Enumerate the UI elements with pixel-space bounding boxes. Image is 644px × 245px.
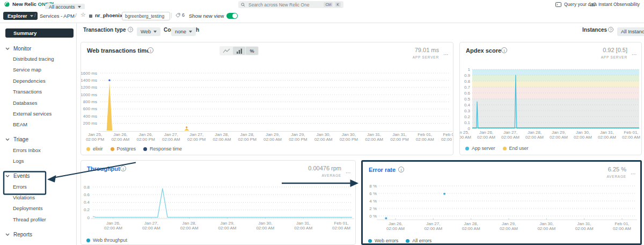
- more-menu-icon[interactable]: ⋯: [346, 171, 352, 175]
- chevron-down-icon: [5, 175, 10, 177]
- web-transactions-chart: 200 ms400 ms600 ms800 ms1000 ms1200 ms14…: [81, 42, 453, 155]
- sidebar-item-violations[interactable]: Violations: [0, 192, 76, 203]
- legend-item-web-errors[interactable]: Web errors: [368, 238, 398, 243]
- show-new-view-toggle[interactable]: [226, 13, 238, 19]
- sidebar-item-deployments[interactable]: Deployments: [0, 203, 76, 214]
- more-menu-icon[interactable]: ⋯: [632, 53, 638, 57]
- legend-item-web-throughput[interactable]: Web throughput: [86, 237, 127, 243]
- global-search[interactable]: Ctrl K: [238, 1, 343, 8]
- favorite-star-icon[interactable]: ☆: [80, 11, 86, 18]
- sidebar-item-logs[interactable]: Logs: [0, 156, 76, 167]
- sidebar-item-errors-inbox[interactable]: Errors Inbox: [0, 145, 76, 156]
- svg-text:Jan 26,02:00 AM: Jan 26,02:00 AM: [477, 130, 495, 140]
- top-bar: New Relic ONE™ All accounts Ctrl K Query…: [0, 0, 644, 10]
- svg-text:0.5: 0.5: [464, 97, 471, 102]
- more-menu-icon[interactable]: ⋯: [443, 53, 449, 57]
- sidebar-section-label: Monitor: [13, 46, 31, 52]
- more-menu-icon[interactable]: ⋯: [631, 172, 636, 176]
- legend-dot: [465, 147, 469, 150]
- sidebar-item-distributed-tracing[interactable]: Distributed tracing: [0, 54, 76, 64]
- sidebar-section-label: Events: [13, 173, 30, 179]
- line-chart-toggle-button[interactable]: [220, 47, 232, 55]
- svg-text:Feb 01,02:00 PM: Feb 01,02:00 PM: [441, 132, 453, 142]
- svg-text:0 %: 0 %: [369, 214, 377, 219]
- sidebar-item-transactions[interactable]: Transactions: [0, 87, 76, 97]
- svg-text:Jan 31,02:00 AM: Jan 31,02:00 AM: [598, 130, 616, 140]
- chart-title-error-rate[interactable]: Error rate: [369, 167, 396, 173]
- breadcrumb-separator: /: [34, 13, 36, 18]
- info-icon[interactable]: i: [120, 165, 126, 171]
- transaction-type-select[interactable]: Web: [137, 26, 160, 36]
- metric-scope: APP SERVER: [601, 55, 627, 59]
- svg-text:Jan 25,02:00 AM: Jan 25,02:00 AM: [460, 130, 471, 140]
- legend-label: All errors: [412, 238, 431, 243]
- sidebar-item-thread-profiler[interactable]: Thread profiler: [0, 214, 76, 225]
- chart-title-throughput[interactable]: Throughput: [87, 165, 120, 172]
- toggle-knob: [232, 13, 237, 18]
- tag-icon: [175, 13, 180, 18]
- chart-legend: Web errorsAll errors: [368, 238, 431, 243]
- sidebar-item-beam[interactable]: BEAM: [0, 119, 76, 130]
- svg-text:Jan 29,02:00 AM: Jan 29,02:00 AM: [500, 221, 518, 231]
- sidebar-section-monitor[interactable]: Monitor: [0, 43, 76, 54]
- chart-summary-value: 79.01 ms APP SERVER: [413, 47, 439, 59]
- metric-value: 6.25 %: [606, 166, 626, 172]
- legend-dot: [86, 239, 90, 242]
- legend-item-end-user[interactable]: End user: [503, 146, 529, 151]
- instant-observability-button[interactable]: Instant Observability: [590, 2, 640, 7]
- tags-button[interactable]: 6: [175, 12, 185, 18]
- metric-scope: AVERAGE: [606, 175, 626, 178]
- help-icon[interactable]: ?: [128, 27, 133, 32]
- svg-text:0.2: 0.2: [464, 114, 471, 119]
- shortcut-ctrl-key: Ctrl: [324, 2, 333, 7]
- svg-text:1400 ms: 1400 ms: [81, 78, 97, 83]
- show-new-view-label: Show new view: [189, 13, 224, 19]
- sidebar-item-databases[interactable]: Databases: [0, 98, 76, 109]
- svg-text:Jan 26,02:00 AM: Jan 26,02:00 AM: [111, 132, 129, 142]
- explorer-dropdown[interactable]: Explorer: [3, 12, 38, 20]
- sidebar-item-dependencies[interactable]: Dependencies: [0, 76, 76, 87]
- legend-label: elixir: [93, 146, 103, 152]
- chart-legend: Web throughput: [86, 237, 127, 243]
- svg-text:Jan 30,02:00 AM: Jan 30,02:00 AM: [574, 130, 592, 140]
- chart-summary-value: 6.25 % AVERAGE: [606, 166, 626, 178]
- transaction-type-label: Transaction type: [83, 27, 126, 33]
- account-tag-field[interactable]: bgreenberg_testing: [122, 12, 170, 20]
- svg-text:Jan 30,02:00 AM: Jan 30,02:00 AM: [256, 221, 274, 230]
- info-icon[interactable]: i: [398, 167, 404, 172]
- divider: |: [171, 12, 172, 18]
- svg-text:Jan 31,02:00 AM: Jan 31,02:00 AM: [575, 221, 594, 231]
- sidebar-nav: MonitorDistributed tracingService mapDep…: [0, 43, 76, 240]
- sidebar-section-triage[interactable]: Triage: [0, 134, 76, 145]
- svg-text:Jan 27,02:00 AM: Jan 27,02:00 AM: [501, 130, 519, 140]
- service-entity-icon: [89, 15, 92, 18]
- sidebar-item-errors[interactable]: Errors: [0, 182, 76, 192]
- legend-item-postgres[interactable]: Postgres: [111, 146, 136, 152]
- svg-text:Feb 01,02:00 AM: Feb 01,02:00 AM: [622, 130, 640, 140]
- bar-chart-toggle-button[interactable]: [233, 47, 245, 55]
- svg-text:Jan 29,02:00 AM: Jan 29,02:00 AM: [264, 132, 282, 142]
- search-input[interactable]: [247, 2, 321, 8]
- chevron-down-icon: [5, 138, 10, 141]
- svg-text:0.8: 0.8: [84, 185, 90, 190]
- legend-item-all-errors[interactable]: All errors: [406, 238, 431, 243]
- sidebar-item-service-map[interactable]: Service map: [0, 64, 76, 75]
- legend-item-response-time[interactable]: Response time: [143, 146, 182, 152]
- apdex-score-card: 00.10.20.30.40.50.60.70.80.91Jan 25,02:0…: [459, 42, 642, 155]
- svg-text:Jan 31,02:00 AM: Jan 31,02:00 AM: [365, 132, 383, 142]
- breadcrumb-services-apm[interactable]: Services - APM: [40, 13, 75, 19]
- info-icon[interactable]: i: [501, 47, 507, 53]
- compare-with-select[interactable]: none: [171, 26, 196, 36]
- instances-select[interactable]: All Instances: [617, 26, 644, 36]
- percent-toggle-button[interactable]: %: [246, 47, 258, 55]
- info-icon[interactable]: i: [148, 47, 153, 53]
- sidebar-item-summary[interactable]: Summary: [5, 28, 74, 38]
- svg-text:Jan 26,02:00 AM: Jan 26,02:00 AM: [104, 221, 122, 230]
- svg-text:Jan 26,02:00 AM: Jan 26,02:00 AM: [386, 221, 405, 231]
- help-icon[interactable]: ?: [608, 27, 613, 32]
- legend-item-app-server[interactable]: App server: [465, 146, 495, 151]
- legend-item-elixir[interactable]: elixir: [86, 146, 103, 152]
- sidebar-section-reports[interactable]: Reports: [0, 229, 76, 240]
- sidebar-item-external-services[interactable]: External services: [0, 109, 76, 119]
- sidebar-section-events[interactable]: Events: [0, 171, 76, 182]
